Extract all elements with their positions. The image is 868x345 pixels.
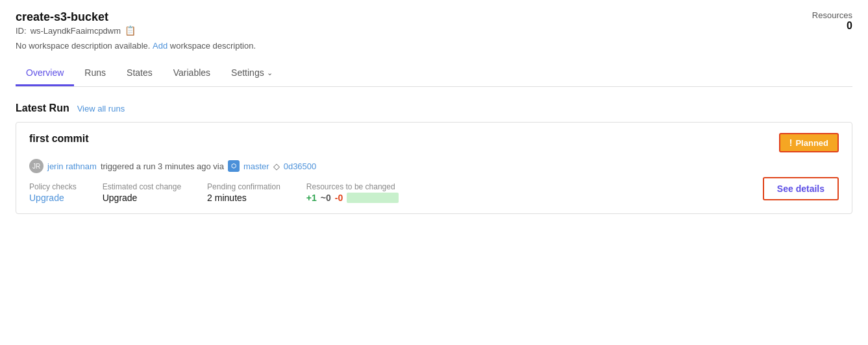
run-card: first commit ! Planned JR jerin rathnam …	[16, 122, 852, 214]
planned-badge: ! Planned	[779, 133, 839, 152]
latest-run-title: Latest Run	[16, 102, 69, 114]
workspace-id-value: ws-LayndkFaaimcpdwm	[31, 26, 121, 36]
stat-pending-confirmation: Pending confirmation 2 minutes	[207, 182, 280, 203]
resources-label: Resources	[812, 10, 852, 20]
stat-cost-change: Estimated cost change Upgrade	[103, 182, 181, 203]
workspace-title: create-s3-bucket	[16, 10, 136, 24]
view-all-runs-link[interactable]: View all runs	[77, 104, 125, 113]
stat-policy-checks-label: Policy checks	[29, 182, 77, 191]
planned-badge-exclaim: !	[789, 137, 793, 148]
stat-policy-checks: Policy checks Upgrade	[29, 182, 77, 203]
resources-count: 0	[812, 20, 852, 32]
tab-states[interactable]: States	[116, 61, 163, 86]
stat-policy-checks-value: Upgrade	[29, 193, 77, 203]
stat-cost-change-value: Upgrade	[103, 193, 181, 203]
run-meta-trigger: triggered a run 3 minutes ago via	[101, 161, 224, 171]
run-commit-name: first commit	[29, 133, 89, 145]
run-meta-separator: ◇	[273, 161, 280, 171]
planned-badge-text: Planned	[795, 138, 828, 148]
tab-overview[interactable]: Overview	[16, 61, 74, 86]
change-bar	[347, 193, 399, 203]
run-meta-branch: master	[243, 161, 269, 171]
stat-resources-changed-label: Resources to be changed	[306, 182, 399, 191]
workspace-description: No workspace description available. Add …	[16, 41, 852, 51]
tab-variables[interactable]: Variables	[163, 61, 221, 86]
change-mod: ~0	[321, 193, 331, 203]
run-meta-user: jerin rathnam	[47, 161, 97, 171]
tab-settings[interactable]: Settings ⌄	[221, 61, 283, 86]
see-details-button[interactable]: See details	[763, 177, 839, 200]
nav-tabs: Overview Runs States Variables Settings …	[16, 61, 852, 87]
workspace-id-label: ID:	[16, 26, 27, 36]
run-meta: JR jerin rathnam triggered a run 3 minut…	[29, 159, 839, 173]
stat-pending-confirmation-value: 2 minutes	[207, 193, 280, 203]
copy-icon[interactable]: 📋	[125, 25, 136, 36]
resources-changes-values: +1 ~0 -0	[306, 193, 399, 203]
run-meta-hash: 0d36500	[284, 161, 317, 171]
change-del: -0	[335, 193, 343, 203]
avatar: JR	[29, 159, 43, 173]
stat-cost-change-label: Estimated cost change	[103, 182, 181, 191]
stat-resources-changed: Resources to be changed +1 ~0 -0	[306, 182, 399, 203]
change-add: +1	[306, 193, 317, 203]
stat-pending-confirmation-label: Pending confirmation	[207, 182, 280, 191]
git-icon: ⬡	[228, 160, 240, 172]
run-stats: Policy checks Upgrade Estimated cost cha…	[29, 182, 839, 203]
add-description-link[interactable]: Add	[153, 41, 167, 51]
chevron-down-icon: ⌄	[267, 69, 273, 77]
tab-runs[interactable]: Runs	[74, 61, 116, 86]
